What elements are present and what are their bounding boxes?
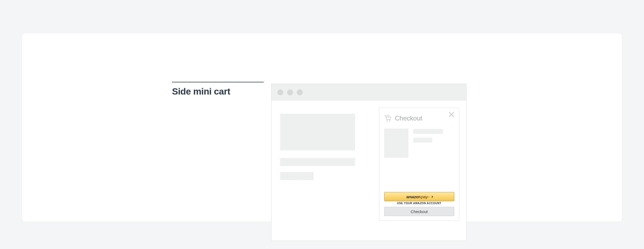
svg-point-1 (389, 120, 390, 122)
checkout-button[interactable]: Checkout (384, 207, 454, 216)
mini-cart-header: Checkout (384, 113, 454, 124)
divider (172, 82, 264, 82)
example-title: Side mini cart (172, 86, 264, 97)
traffic-light-icon (277, 89, 283, 95)
close-icon[interactable] (448, 111, 455, 118)
browser-window: Checkout (271, 84, 467, 241)
chevrons-right-icon: ›› (431, 194, 432, 199)
example-card: Side mini cart (22, 33, 622, 222)
placeholder-text (280, 158, 355, 166)
cart-icon (384, 115, 392, 122)
amazon-pay-button[interactable]: amazon pay ›› (384, 192, 454, 201)
cart-item (384, 129, 454, 158)
example-label: Side mini cart (172, 82, 264, 97)
amazon-smile-icon (416, 195, 431, 200)
placeholder-text (280, 172, 314, 180)
placeholder-text-group (413, 129, 443, 158)
svg-point-0 (387, 120, 388, 122)
amazon-pay-subtext: USE YOUR AMAZON ACCOUNT (384, 202, 454, 205)
placeholder-thumbnail (384, 129, 408, 158)
checkout-button-label: Checkout (411, 209, 428, 214)
traffic-light-icon (297, 89, 303, 95)
traffic-light-icon (287, 89, 293, 95)
mini-cart-actions: amazon pay ›› USE YOUR AMAZO (384, 192, 454, 216)
placeholder-text (413, 129, 443, 134)
browser-title-bar (271, 84, 466, 101)
placeholder-image (280, 114, 355, 150)
mini-cart-title: Checkout (395, 115, 422, 122)
mini-cart-panel: Checkout (379, 108, 459, 221)
placeholder-text (413, 138, 432, 143)
